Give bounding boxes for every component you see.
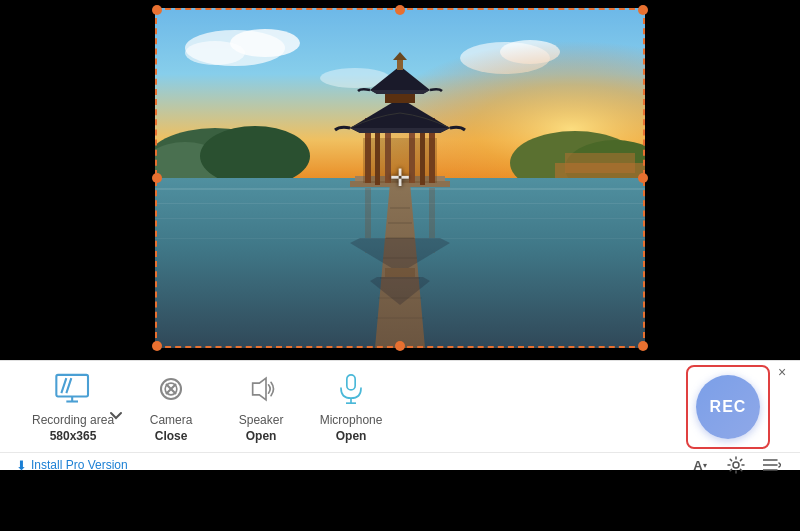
svg-rect-59 — [347, 375, 355, 390]
scene-image — [155, 8, 645, 348]
toolbar-main: Recording area 580x365 — [0, 361, 800, 452]
microphone-status: Open — [320, 429, 383, 445]
svg-line-51 — [66, 378, 71, 393]
microphone-icon — [327, 369, 375, 409]
toolbar-bottom: ⬇ Install Pro Version A ▾ — [0, 452, 800, 477]
svg-rect-36 — [363, 138, 437, 183]
camera-status: Close — [150, 429, 193, 445]
rec-button-container: REC — [686, 365, 770, 449]
text-icon: A — [693, 458, 702, 473]
svg-rect-49 — [56, 375, 88, 397]
camera-icon — [147, 369, 195, 409]
bottom-right-icons: A ▾ — [688, 453, 784, 477]
settings-button[interactable] — [724, 453, 748, 477]
microphone-label: Microphone Open — [320, 413, 383, 444]
speaker-icon — [237, 369, 285, 409]
install-pro-text: Install Pro Version — [31, 458, 128, 472]
svg-marker-58 — [253, 378, 266, 400]
svg-rect-14 — [565, 153, 635, 173]
camera-label: Camera Close — [150, 413, 193, 444]
recording-area-chevron[interactable] — [108, 408, 124, 424]
install-pro-link[interactable]: ⬇ Install Pro Version — [16, 458, 128, 473]
rec-button[interactable]: REC — [696, 375, 760, 439]
camera-item[interactable]: Camera Close — [126, 361, 216, 452]
menu-button[interactable] — [760, 453, 784, 477]
microphone-item[interactable]: Microphone Open — [306, 361, 396, 452]
svg-marker-38 — [350, 128, 450, 133]
close-button[interactable]: × — [772, 362, 792, 382]
monitor-icon — [49, 369, 97, 409]
recording-area-text: Recording area — [32, 413, 114, 427]
camera-text: Camera — [150, 413, 193, 427]
recording-area-label: Recording area 580x365 — [32, 413, 114, 444]
speaker-text: Speaker — [239, 413, 284, 427]
recording-area-value: 580x365 — [32, 429, 114, 445]
speaker-status: Open — [239, 429, 284, 445]
svg-point-62 — [733, 462, 739, 468]
download-icon: ⬇ — [16, 458, 27, 473]
text-button[interactable]: A ▾ — [688, 453, 712, 477]
recording-area-item[interactable]: Recording area 580x365 — [20, 361, 126, 452]
speaker-item[interactable]: Speaker Open — [216, 361, 306, 452]
speaker-label: Speaker Open — [239, 413, 284, 444]
toolbar: Recording area 580x365 — [0, 360, 800, 470]
canvas-area: ✛ — [0, 0, 800, 360]
microphone-text: Microphone — [320, 413, 383, 427]
svg-point-10 — [200, 126, 310, 186]
svg-line-50 — [61, 378, 66, 393]
svg-marker-41 — [370, 90, 430, 94]
